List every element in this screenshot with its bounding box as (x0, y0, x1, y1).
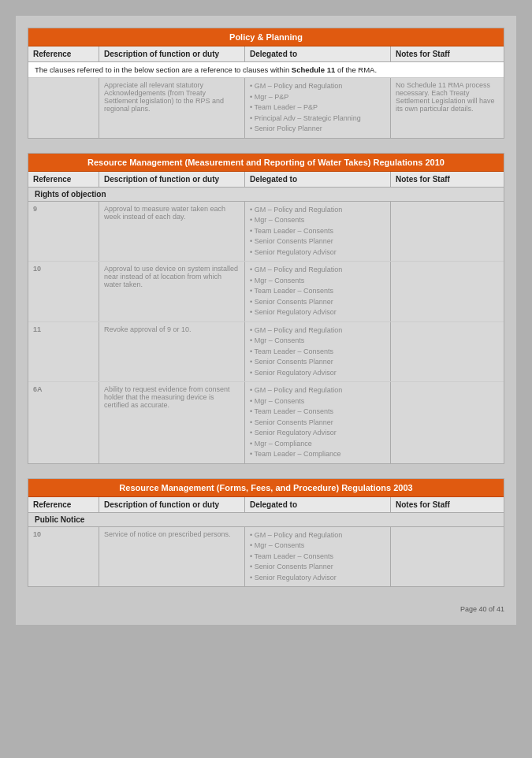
forms-ref-10: 10 (28, 527, 99, 587)
section-title-forms: Resource Management (Forms, Fees, and Pr… (28, 479, 504, 497)
water-notes-9 (391, 202, 504, 262)
col-delegated-forms: Delegated to (245, 497, 391, 512)
section-title-water: Resource Management (Measurement and Rep… (28, 154, 504, 172)
policy-planning-section: Policy & Planning Reference Description … (28, 28, 504, 139)
water-delegated-9: GM – Policy and Regulation Mgr – Consent… (245, 202, 391, 262)
column-headers-forms: Reference Description of function or dut… (28, 497, 504, 513)
col-delegated-policy: Delegated to (245, 46, 391, 61)
page-content: Policy & Planning Reference Description … (16, 16, 516, 625)
section-title-policy: Policy & Planning (28, 28, 504, 46)
forms-row-10: 10 Service of notice on prescribed perso… (28, 527, 504, 587)
column-headers-water: Reference Description of function or dut… (28, 172, 504, 188)
water-desc-10: Approval to use device on system install… (99, 262, 245, 321)
col-description-policy: Description of function or duty (99, 46, 245, 61)
col-reference-water: Reference (28, 172, 99, 187)
subheader-rights-objection: Rights of objection (28, 188, 504, 202)
col-description-water: Description of function or duty (99, 172, 245, 187)
rma-notice: The clauses referred to in the below sec… (28, 62, 504, 78)
forms-desc-10: Service of notice on prescribed persons. (99, 527, 245, 587)
policy-notes-1: No Schedule 11 RMA process necessary. Ea… (391, 78, 504, 138)
forms-delegated-10: GM – Policy and Regulation Mgr – Consent… (245, 527, 391, 587)
forms-fees-section: Resource Management (Forms, Fees, and Pr… (28, 478, 504, 588)
col-delegated-water: Delegated to (245, 172, 391, 187)
water-ref-6a: 6A (28, 382, 99, 463)
water-notes-11 (391, 322, 504, 382)
subheader-public-notice: Public Notice (28, 513, 504, 527)
column-headers-policy: Reference Description of function or dut… (28, 46, 504, 62)
water-delegated-10: GM – Policy and Regulation Mgr – Consent… (245, 262, 391, 321)
water-ref-9: 9 (28, 202, 99, 262)
col-description-forms: Description of function or duty (99, 497, 245, 512)
water-notes-10 (391, 262, 504, 321)
forms-notes-10 (391, 527, 504, 587)
water-row-11: 11 Revoke approval of 9 or 10. GM – Poli… (28, 322, 504, 383)
water-desc-9: Approval to measure water taken each wee… (99, 202, 245, 262)
water-notes-6a (391, 382, 504, 463)
col-notes-forms: Notes for Staff (391, 497, 504, 512)
policy-row-1: Appreciate all relevant statutory Acknow… (28, 78, 504, 138)
water-row-10: 10 Approval to use device on system inst… (28, 262, 504, 322)
col-notes-policy: Notes for Staff (391, 46, 504, 61)
water-desc-11: Revoke approval of 9 or 10. (99, 322, 245, 382)
policy-delegated-1: GM – Policy and Regulation Mgr – P&P Tea… (245, 78, 391, 138)
col-reference-forms: Reference (28, 497, 99, 512)
page-number: Page 40 of 41 (28, 605, 504, 613)
water-delegated-11: GM – Policy and Regulation Mgr – Consent… (245, 322, 391, 382)
policy-ref-1 (28, 78, 99, 138)
water-desc-6a: Ability to request evidence from consent… (99, 382, 245, 463)
water-ref-11: 11 (28, 322, 99, 382)
water-row-6a: 6A Ability to request evidence from cons… (28, 382, 504, 463)
water-takes-section: Resource Management (Measurement and Rep… (28, 153, 504, 464)
water-delegated-6a: GM – Policy and Regulation Mgr – Consent… (245, 382, 391, 463)
policy-desc-1: Appreciate all relevant statutory Acknow… (99, 78, 245, 138)
col-notes-water: Notes for Staff (391, 172, 504, 187)
water-ref-10: 10 (28, 262, 99, 321)
water-row-9: 9 Approval to measure water taken each w… (28, 202, 504, 262)
col-reference-policy: Reference (28, 46, 99, 61)
